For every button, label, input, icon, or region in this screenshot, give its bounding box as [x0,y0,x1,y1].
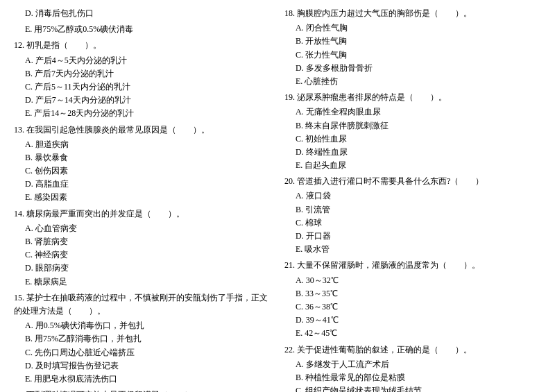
question-title-16: 16. 下列哪种情况可实施大量不保留灌肠（ ）。 [14,389,271,392]
q-text: 胸膜腔内压力超过大气压的胸部伤是（ ）。 [297,8,472,18]
question-title-21: 21. 大量不保留灌肠时，灌肠液的温度常为（ ）。 [284,259,541,272]
question-14: 14. 糖尿病最严重而突出的并发症是（ ）。 A. 心血管病变 B. 肾脏病变 … [14,207,271,289]
option-b: B. 开放性气胸 [284,35,541,48]
q-num: 12. [14,40,24,50]
question-title-12: 12. 初乳是指（ ）。 [14,39,271,52]
option-a: A. 液口袋 [284,189,541,203]
question-title-22: 22. 关于促进性葡萄胎的叙述，正确的是（ ）。 [284,343,541,357]
option-c: C. 张力性气胸 [284,49,541,62]
option-c: C. 初始性血尿 [284,133,541,146]
q-num: 14. [14,209,24,219]
option-d: D. 终端性血尿 [284,146,541,159]
option-e: E. 吸水管 [284,243,541,256]
option-d: D. 高脂血症 [14,178,271,191]
q-text: 大量不保留灌肠时，灌肠液的温度常为（ ）。 [297,260,480,270]
option-a: A. 用0.5%碘伏消毒伤口，并包扎 [14,319,271,332]
q-num: 22. [284,345,295,355]
option-d: D. 眼部病变 [14,262,271,275]
question-title-20: 20. 管道插入进行灌口时不需要具备什么东西?（ ） [284,175,541,188]
question-21: 21. 大量不保留灌肠时，灌肠液的温度常为（ ）。 A. 30～32℃ B. 3… [284,259,541,340]
option-b: B. 用75%乙醇消毒伤口，并包扎 [14,332,271,346]
content-columns: D. 消毒后包扎伤口 E. 用75%乙醇或0.5%碘伏消毒 12. 初乳是指（ … [14,7,541,392]
option-d: D. 多发多根肋骨骨折 [284,62,541,75]
option-a: A. 无痛性全程肉眼血尿 [284,105,541,119]
option-e: E. 心脏挫伤 [284,75,541,88]
question-title-15: 15. 某护士在抽吸药液的过程中，不慎被刚开的安瓿划伤了手指，正文的处理方法是（… [14,291,271,318]
option-d: D. 开口器 [284,230,541,243]
option-b: B. 暴饮暴食 [14,151,271,164]
q-num: 20. [284,176,295,186]
question-13: 13. 在我国引起急性胰腺炎的最常见原因是（ ）。 A. 胆道疾病 B. 暴饮暴… [14,123,271,205]
option-text: E. 用75%乙醇或0.5%碘伏消毒 [14,23,271,36]
option-e: E. 糖尿病足 [14,275,271,289]
question-title-18: 18. 胸膜腔内压力超过大气压的胸部伤是（ ）。 [284,7,541,20]
option-a: A. 心血管病变 [14,222,271,235]
option-e: E. 产后14～28天内分泌的乳汁 [14,107,271,120]
question-16: 16. 下列哪种情况可实施大量不保留灌肠（ ）。 A. 高热病人降温 B. 心肌… [14,389,271,392]
option-text: D. 消毒后包扎伤口 [14,7,271,20]
question-15: 15. 某护士在抽吸药液的过程中，不慎被刚开的安瓿划伤了手指，正文的处理方法是（… [14,291,271,386]
option-c: C. 神经病变 [14,248,271,262]
option-a: A. 产后4～5天内分泌的乳汁 [14,54,271,67]
option-a: A. 胆道疾病 [14,138,271,151]
q-text: 管道插入进行灌口时不需要具备什么东西?（ ） [297,176,484,186]
option-c: C. 棉球 [284,216,541,230]
left-column: D. 消毒后包扎伤口 E. 用75%乙醇或0.5%碘伏消毒 12. 初乳是指（ … [14,7,271,392]
question-20: 20. 管道插入进行灌口时不需要具备什么东西?（ ） A. 液口袋 B. 引流管… [284,175,541,256]
option-c: C. 先伤口周边心脏近心端挤压 [14,346,271,359]
option-d: D. 及时填写报告伤登记表 [14,359,271,373]
option-c: C. 36～38℃ [284,300,541,314]
option-e: E. 42～45℃ [284,327,541,340]
option-a: A. 闭合性气胸 [284,22,541,35]
option-c: C. 创伤因素 [14,164,271,178]
page: D. 消毒后包扎伤口 E. 用75%乙醇或0.5%碘伏消毒 12. 初乳是指（ … [14,7,541,392]
option-e-11: E. 用75%乙醇或0.5%碘伏消毒 [14,23,271,36]
option-e: E. 自起头血尿 [284,159,541,172]
option-c: C. 组织产物呈绒状表现为绒毛结节 [284,384,541,392]
option-b: B. 引流管 [284,203,541,216]
option-b: B. 终末自尿伴膀胱刺激征 [284,119,541,133]
question-title-14: 14. 糖尿病最严重而突出的并发症是（ ）。 [14,207,271,221]
q-num: 15. [14,293,24,302]
q-num: 13. [14,125,24,135]
option-c: C. 产后5～11天内分泌的乳汁 [14,80,271,94]
question-19: 19. 泌尿系肿瘤患者排尿的特点是（ ）。 A. 无痛性全程肉眼血尿 B. 终末… [284,91,541,172]
option-b: B. 产后7天内分泌的乳汁 [14,67,271,80]
option-b: B. 33～35℃ [284,287,541,300]
q-text: 关于促进性葡萄胎的叙述，正确的是（ ）。 [297,345,472,355]
q-text: 某护士在抽吸药液的过程中，不慎被刚开的安瓿划伤了手指，正文的处理方法是（ ）。 [14,293,268,316]
right-column: 18. 胸膜腔内压力超过大气压的胸部伤是（ ）。 A. 闭合性气胸 B. 开放性… [284,7,541,392]
q-num: 18. [284,8,295,18]
question-title-19: 19. 泌尿系肿瘤患者排尿的特点是（ ）。 [284,91,541,104]
q-text: 泌尿系肿瘤患者排尿的特点是（ ）。 [297,92,447,102]
q-text: 糖尿病最严重而突出的并发症是（ ）。 [26,209,185,219]
option-e: E. 用肥皂水彻底清洗伤口 [14,373,271,386]
option-d: D. 产后7～14天内分泌的乳汁 [14,94,271,107]
option-d-11: D. 消毒后包扎伤口 [14,7,271,20]
question-22: 22. 关于促进性葡萄胎的叙述，正确的是（ ）。 A. 多继发于人工流产术后 B… [284,343,541,393]
option-e: E. 感染因素 [14,191,271,204]
option-b: B. 肾脏病变 [14,235,271,248]
option-a: A. 30～32℃ [284,274,541,287]
q-text: 在我国引起急性胰腺炎的最常见原因是（ ）。 [26,125,210,135]
question-12: 12. 初乳是指（ ）。 A. 产后4～5天内分泌的乳汁 B. 产后7天内分泌的… [14,39,271,120]
option-d: D. 39～41℃ [284,314,541,327]
q-num: 21. [284,260,295,270]
question-title-13: 13. 在我国引起急性胰腺炎的最常见原因是（ ）。 [14,123,271,137]
option-b: B. 种植性最常见的部位是粘膜 [284,371,541,384]
q-num: 19. [284,92,295,102]
option-a: A. 多继发于人工流产术后 [284,358,541,371]
q-text: 初乳是指（ ）。 [26,40,101,50]
question-18: 18. 胸膜腔内压力超过大气压的胸部伤是（ ）。 A. 闭合性气胸 B. 开放性… [284,7,541,88]
